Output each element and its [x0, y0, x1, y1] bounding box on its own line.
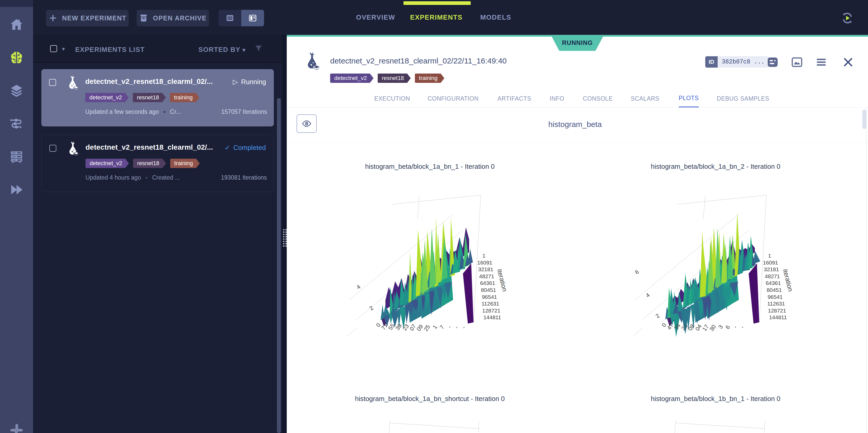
- created-text: Cr...: [170, 108, 181, 115]
- tag-chip[interactable]: detectnet_v2: [86, 159, 125, 168]
- nav-tab-experiments[interactable]: EXPERIMENTS: [410, 0, 463, 35]
- running-icon: ▷: [233, 78, 238, 86]
- tag-chip[interactable]: resnet18: [133, 159, 162, 168]
- sidebar-item-workers[interactable]: [0, 142, 33, 171]
- svg-text:144811: 144811: [769, 314, 787, 320]
- svg-text:48271: 48271: [479, 273, 494, 279]
- tab-artifacts[interactable]: ARTIFACTS: [498, 90, 531, 108]
- created-text: Created ...: [152, 174, 180, 181]
- select-all-checkbox[interactable]: [50, 45, 57, 52]
- image-preview-icon[interactable]: [791, 56, 803, 68]
- card-view-icon: [248, 13, 257, 23]
- new-experiment-label: NEW EXPERIMENT: [62, 14, 127, 22]
- sidebar-item-home[interactable]: [0, 10, 33, 39]
- sidebar-item-pipelines[interactable]: [0, 109, 33, 138]
- completed-check-icon: ✓: [224, 144, 230, 152]
- svg-text:6: 6: [634, 268, 640, 275]
- plot-title: histogram_beta/block_1a_bn_1 - Iteration…: [287, 163, 573, 171]
- nav-tab-overview[interactable]: OVERVIEW: [356, 0, 395, 35]
- auto-refresh-button[interactable]: [840, 10, 855, 26]
- experiment-checkbox[interactable]: [49, 145, 56, 152]
- queues-icon: [9, 182, 24, 197]
- auto-refresh-icon: [840, 10, 855, 26]
- tag-chip[interactable]: detectnet_v2: [330, 73, 370, 83]
- svg-text:144811: 144811: [483, 314, 501, 320]
- tab-configuration[interactable]: CONFIGURATION: [428, 90, 479, 108]
- svg-text:6: 6: [724, 324, 731, 330]
- close-icon[interactable]: [842, 56, 854, 68]
- svg-text:4: 4: [355, 283, 362, 290]
- tab-info[interactable]: INFO: [550, 90, 564, 108]
- tag-chip[interactable]: resnet18: [378, 73, 407, 83]
- surface-plot-partial[interactable]: [342, 419, 518, 433]
- experiment-tags: detectnet_v2 resnet18 training: [330, 73, 448, 83]
- open-archive-button[interactable]: OPEN ARCHIVE: [137, 10, 209, 26]
- tab-execution[interactable]: EXECUTION: [374, 90, 410, 108]
- sidebar-item-datasets[interactable]: [0, 76, 33, 105]
- sidebar-item-slack[interactable]: [0, 416, 33, 433]
- detail-scrollbar-thumb[interactable]: [862, 110, 866, 129]
- experiment-id-badge[interactable]: ID 382b07c8 ...: [705, 56, 769, 68]
- list-scrollbar-thumb[interactable]: [277, 98, 281, 433]
- nav-tab-models[interactable]: MODELS: [480, 0, 511, 35]
- svg-text:112631: 112631: [767, 301, 785, 306]
- experiment-name: detectnet_v2_resnet18_clearml_02/...: [85, 77, 213, 86]
- surface-plot[interactable]: 1160913218148271643618045196541112631128…: [628, 188, 803, 338]
- svg-text:3: 3: [717, 324, 724, 330]
- tag-chip[interactable]: resnet18: [133, 93, 162, 102]
- workers-servers-icon: [9, 149, 24, 164]
- menu-icon[interactable]: [815, 56, 827, 68]
- filter-icon[interactable]: [254, 44, 263, 53]
- new-experiment-button[interactable]: NEW EXPERIMENT: [46, 10, 129, 26]
- tag-chip[interactable]: training: [170, 159, 196, 168]
- sorted-by-dropdown[interactable]: SORTED BY ▾: [198, 46, 246, 54]
- sidebar-item-queues[interactable]: [0, 175, 33, 204]
- tab-scalars[interactable]: SCALARS: [631, 90, 659, 108]
- svg-text:96541: 96541: [482, 294, 497, 300]
- table-view-button[interactable]: [219, 10, 241, 26]
- plot-title: histogram_beta/block_1a_bn_2 - Iteration…: [573, 163, 859, 171]
- tab-console[interactable]: CONSOLE: [583, 90, 613, 108]
- select-all-caret-icon[interactable]: ▾: [62, 46, 65, 53]
- id-label: ID: [705, 56, 718, 68]
- tab-debug-samples[interactable]: DEBUG SAMPLES: [717, 90, 769, 108]
- view-toggle: [219, 10, 264, 26]
- svg-text:112631: 112631: [482, 301, 499, 306]
- svg-text:30: 30: [708, 324, 717, 332]
- details-panel-icon[interactable]: [767, 56, 779, 68]
- experiment-card-completed[interactable]: detectnet_v2_resnet18_clearml_02/... ✓ C…: [41, 135, 274, 192]
- home-icon: [9, 17, 24, 32]
- svg-text:128721: 128721: [482, 308, 500, 313]
- experiment-flask-icon: [65, 142, 80, 157]
- svg-text:1: 1: [768, 253, 771, 259]
- tag-chip[interactable]: detectnet_v2: [85, 93, 125, 102]
- svg-text:1: 1: [431, 324, 439, 330]
- svg-text:iteration: iteration: [782, 268, 795, 292]
- panel-resizer-handle[interactable]: [282, 35, 287, 433]
- experiment-tags: detectnet_v2 resnet18 training: [86, 159, 204, 168]
- open-archive-label: OPEN ARCHIVE: [153, 14, 207, 22]
- experiment-checkbox[interactable]: [49, 79, 56, 86]
- svg-text:96541: 96541: [768, 294, 782, 300]
- experiment-meta: Updated 4 hours ago ● Created ...: [86, 174, 180, 181]
- sorted-by-caret-icon: ▾: [242, 47, 245, 53]
- rail-corner: [0, 0, 33, 7]
- tab-plots[interactable]: PLOTS: [679, 90, 699, 108]
- card-view-button[interactable]: [241, 10, 264, 26]
- svg-text:-: -: [739, 324, 746, 330]
- sidebar-item-projects[interactable]: [0, 43, 33, 72]
- tag-chip[interactable]: training: [415, 73, 441, 83]
- experiment-meta: Updated a few seconds ago ● Cr...: [85, 108, 181, 115]
- tag-chip[interactable]: training: [170, 93, 196, 102]
- surface-plot-partial[interactable]: [628, 419, 803, 433]
- svg-text:16091: 16091: [763, 260, 778, 266]
- dot-separator: ●: [145, 175, 148, 180]
- svg-text:1: 1: [482, 253, 486, 259]
- tabbar-divider: [287, 107, 868, 108]
- detail-scrollbar-track: [866, 108, 867, 433]
- experiments-list-header: ▾ EXPERIMENTS LIST SORTED BY ▾: [33, 35, 282, 63]
- experiment-flask-icon: [303, 53, 321, 71]
- surface-plot[interactable]: 1160913218148271643618045196541112631128…: [342, 188, 518, 338]
- experiments-list-panel: ▾ EXPERIMENTS LIST SORTED BY ▾ detectnet…: [33, 35, 282, 433]
- experiment-card-running[interactable]: detectnet_v2_resnet18_clearml_02/... ▷ R…: [41, 69, 274, 127]
